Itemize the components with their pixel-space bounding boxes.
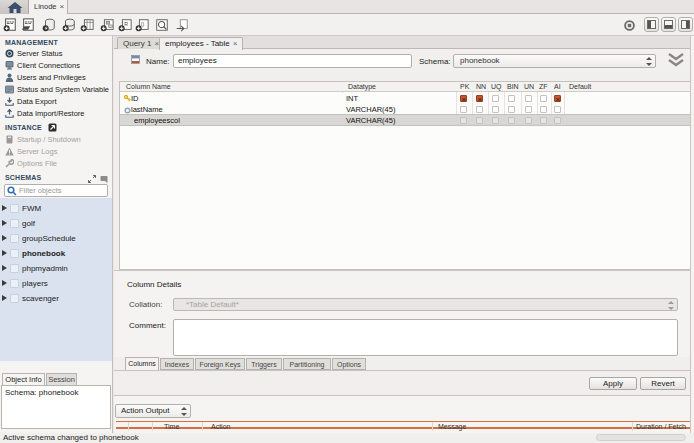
svg-text:(): () <box>141 21 145 27</box>
svg-text:R: R <box>124 21 128 27</box>
